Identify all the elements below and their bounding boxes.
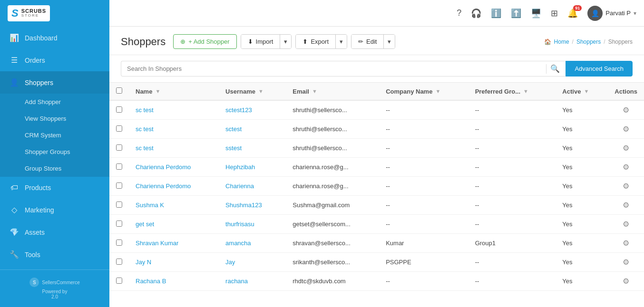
row-gear-button[interactable]: ⚙ — [623, 163, 629, 172]
row-checkbox[interactable] — [116, 163, 122, 170]
row-actions: ⚙ — [608, 100, 644, 120]
row-actions: ⚙ — [608, 234, 644, 253]
sidebar-item-orders[interactable]: ☰ Orders — [0, 49, 109, 71]
sidebar-item-assets[interactable]: 💎 Assets — [0, 221, 109, 243]
add-shopper-button[interactable]: ⊕ + Add Shopper — [173, 34, 236, 49]
row-checkbox[interactable] — [116, 125, 122, 132]
tools-icon: 🔧 — [10, 250, 19, 259]
company-filter-icon[interactable]: ▼ — [435, 88, 440, 94]
row-gear-button[interactable]: ⚙ — [623, 239, 629, 248]
user-area[interactable]: 👤 Parvati P ▾ — [587, 6, 636, 21]
row-checkbox[interactable] — [116, 240, 122, 246]
row-name[interactable]: sc test — [129, 139, 219, 158]
info-icon[interactable]: ℹ️ — [491, 8, 501, 19]
grid-icon[interactable]: ⊞ — [551, 8, 558, 19]
row-name[interactable]: Charienna Perdomo — [129, 177, 219, 196]
row-checkbox[interactable] — [116, 201, 122, 208]
advanced-search-button[interactable]: Advanced Search — [566, 61, 633, 77]
sidebar-sub-view-shoppers[interactable]: View Shoppers — [0, 110, 109, 127]
row-username[interactable]: Shushma123 — [219, 196, 286, 215]
row-checkbox[interactable] — [116, 278, 122, 284]
row-checkbox-cell — [109, 234, 129, 253]
user-dropdown-icon[interactable]: ▾ — [634, 10, 636, 17]
assets-icon: 💎 — [10, 228, 19, 237]
monitor-icon[interactable]: 🖥️ — [531, 8, 541, 19]
row-gear-button[interactable]: ⚙ — [623, 182, 629, 191]
row-name[interactable]: Rachana B — [129, 272, 219, 291]
search-bar: 🔍 Advanced Search — [109, 55, 644, 83]
row-active: Yes — [556, 139, 608, 158]
edit-icon: ✏ — [358, 38, 363, 45]
row-checkbox[interactable] — [116, 182, 122, 189]
search-icon-button[interactable]: 🔍 — [550, 64, 560, 73]
sidebar-item-tools[interactable]: 🔧 Tools — [0, 243, 109, 266]
export-dropdown-button[interactable]: ▾ — [335, 35, 347, 48]
row-checkbox[interactable] — [116, 106, 122, 113]
active-filter-icon[interactable]: ▼ — [584, 88, 589, 94]
row-group: -- — [468, 253, 556, 272]
breadcrumb-home-icon: 🏠 — [544, 38, 551, 45]
content-area: Shoppers ⊕ + Add Shopper ⬇ Import ▾ — [109, 27, 644, 307]
name-filter-icon[interactable]: ▼ — [155, 88, 160, 94]
row-username[interactable]: sctest — [219, 120, 286, 139]
help-icon[interactable]: ? — [457, 8, 461, 18]
row-gear-button[interactable]: ⚙ — [623, 106, 629, 115]
row-username[interactable]: thurfrisasu — [219, 215, 286, 234]
row-gear-button[interactable]: ⚙ — [623, 220, 629, 229]
sidebar-item-products[interactable]: 🏷 Products — [0, 177, 109, 199]
select-all-checkbox[interactable] — [116, 87, 122, 94]
group-filter-icon[interactable]: ▼ — [523, 88, 528, 94]
row-active: Yes — [556, 253, 608, 272]
search-input[interactable] — [127, 61, 542, 76]
row-gear-button[interactable]: ⚙ — [623, 144, 629, 153]
sidebar-sub-crm-system[interactable]: CRM System — [0, 127, 109, 144]
logo-text: SCRUBS STORE — [21, 8, 46, 18]
upload-icon[interactable]: ⬆️ — [511, 8, 521, 19]
username-filter-icon[interactable]: ▼ — [258, 88, 263, 94]
row-username[interactable]: Charienna — [219, 177, 286, 196]
export-button[interactable]: ⬆ Export — [296, 35, 335, 48]
row-username[interactable]: amancha — [219, 234, 286, 253]
row-name[interactable]: Jay N — [129, 253, 219, 272]
sidebar-item-shoppers[interactable]: 👤 Shoppers — [0, 71, 109, 94]
row-username[interactable]: Hephzibah — [219, 158, 286, 177]
row-username[interactable]: Jay — [219, 253, 286, 272]
row-checkbox-cell — [109, 158, 129, 177]
row-name[interactable]: sc test — [129, 100, 219, 120]
row-name[interactable]: Sushma K — [129, 196, 219, 215]
breadcrumb-shoppers1[interactable]: Shoppers — [576, 38, 601, 45]
row-gear-button[interactable]: ⚙ — [623, 277, 629, 286]
row-name[interactable]: Shravan Kumar — [129, 234, 219, 253]
sidebar-footer: S SellersCommerce Powered by 2.0 — [0, 269, 109, 307]
row-checkbox[interactable] — [116, 221, 122, 227]
notification-icon[interactable]: 🔔 91 — [567, 8, 578, 19]
row-username[interactable]: sctest123 — [219, 100, 286, 120]
import-button[interactable]: ⬇ Import — [241, 35, 280, 48]
th-name: Name ▼ — [129, 83, 219, 100]
row-name[interactable]: Charienna Perdomo — [129, 158, 219, 177]
breadcrumb-home[interactable]: Home — [554, 38, 569, 45]
row-checkbox-cell — [109, 215, 129, 234]
row-checkbox[interactable] — [116, 144, 122, 151]
row-gear-button[interactable]: ⚙ — [623, 258, 629, 267]
row-username[interactable]: rachana — [219, 272, 286, 291]
row-username[interactable]: sstest — [219, 139, 286, 158]
export-dropdown-icon: ▾ — [340, 38, 343, 45]
sidebar-item-marketing[interactable]: ◇ Marketing — [0, 199, 109, 221]
edit-button[interactable]: ✏ Edit — [351, 35, 383, 48]
search-divider — [546, 64, 546, 74]
headset-icon[interactable]: 🎧 — [471, 8, 481, 19]
sidebar-sub-shopper-groups[interactable]: Shopper Groups — [0, 144, 109, 160]
row-gear-button[interactable]: ⚙ — [623, 125, 629, 134]
import-dropdown-button[interactable]: ▾ — [280, 35, 291, 48]
orders-icon: ☰ — [10, 56, 19, 65]
row-gear-button[interactable]: ⚙ — [623, 201, 629, 210]
email-filter-icon[interactable]: ▼ — [312, 88, 317, 94]
row-name[interactable]: sc test — [129, 120, 219, 139]
row-checkbox[interactable] — [116, 259, 122, 265]
sidebar-item-dashboard[interactable]: 📊 Dashboard — [0, 27, 109, 49]
sidebar-sub-group-stores[interactable]: Group Stores — [0, 160, 109, 177]
row-name[interactable]: get set — [129, 215, 219, 234]
sidebar-sub-add-shopper[interactable]: Add Shopper — [0, 94, 109, 110]
edit-dropdown-button[interactable]: ▾ — [383, 35, 395, 48]
